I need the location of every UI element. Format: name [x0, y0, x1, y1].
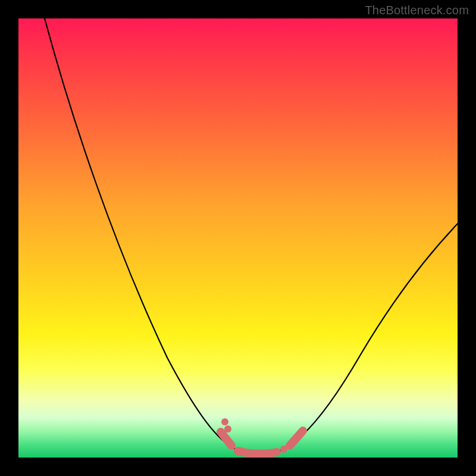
- accent-dot-left-2: [224, 425, 231, 433]
- curve-right-arm: [280, 224, 458, 450]
- accent-segment-left: [221, 432, 231, 446]
- accent-segment-right: [290, 431, 303, 446]
- accent-dot-left-1: [221, 418, 228, 425]
- accent-segment-bottom: [238, 451, 277, 454]
- plot-area: [18, 18, 458, 458]
- curve-left-arm: [45, 18, 236, 449]
- accent-dot-right-1: [280, 446, 287, 453]
- chart-frame: TheBottleneck.com: [0, 0, 476, 476]
- watermark-text: TheBottleneck.com: [365, 4, 469, 17]
- bottleneck-curve: [18, 18, 458, 458]
